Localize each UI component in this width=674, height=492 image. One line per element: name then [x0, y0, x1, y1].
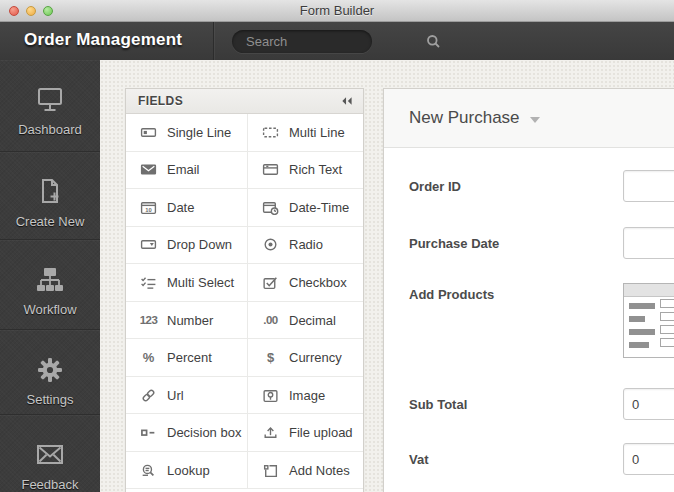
- link-icon: [139, 388, 158, 403]
- field-label: Purchase Date: [409, 236, 623, 251]
- svg-text:10: 10: [145, 207, 151, 213]
- field-item-label: Drop Down: [167, 237, 232, 252]
- field-item-checkbox[interactable]: Checkbox: [248, 264, 363, 302]
- sidebar-item-dashboard[interactable]: Dashboard: [0, 60, 100, 152]
- form-row-add-products: Add Products: [409, 283, 674, 358]
- sitemap-icon: [34, 264, 66, 296]
- order-id-input[interactable]: [623, 170, 674, 202]
- field-item-label: Multi Line: [289, 125, 345, 140]
- note-icon: [261, 463, 280, 478]
- field-item-label: Currency: [289, 350, 342, 365]
- field-item-label: Rich Text: [289, 162, 342, 177]
- field-item-multi-select[interactable]: Multi Select: [126, 264, 248, 302]
- field-item-label: Email: [167, 162, 200, 177]
- field-item-radio[interactable]: Radio: [248, 227, 363, 265]
- percent-icon: %: [139, 350, 158, 365]
- decimal-icon: .00: [261, 314, 280, 326]
- content-area: FIELDS Single Line: [100, 60, 674, 492]
- field-item-label: Single Line: [167, 125, 231, 140]
- field-item-image[interactable]: Image: [248, 377, 363, 415]
- currency-icon: $: [261, 350, 280, 365]
- field-item-drop-down[interactable]: Drop Down: [126, 227, 248, 265]
- field-item-percent[interactable]: % Percent: [126, 339, 248, 377]
- field-item-label: Decision box: [167, 425, 241, 440]
- form-row-purchase-date: Purchase Date: [409, 227, 674, 259]
- field-item-label: Lookup: [167, 463, 210, 478]
- field-item-add-notes[interactable]: Add Notes: [248, 452, 363, 490]
- fields-panel: FIELDS Single Line: [125, 88, 364, 492]
- single-line-icon: [139, 125, 158, 140]
- checkbox-icon: [261, 275, 280, 290]
- sidebar-item-feedback[interactable]: Feedback: [0, 415, 100, 492]
- form-row-sub-total: Sub Total: [409, 388, 674, 420]
- products-table-preview[interactable]: [623, 283, 674, 358]
- search-input[interactable]: [232, 34, 426, 49]
- form-title-dropdown[interactable]: New Purchase: [384, 89, 674, 148]
- caret-down-icon: [530, 117, 540, 123]
- app-header: Order Management: [0, 22, 674, 62]
- sidebar-item-label: Create New: [16, 214, 85, 229]
- double-chevron-left-icon[interactable]: [340, 96, 353, 106]
- search-icon: [426, 34, 441, 49]
- form-row-vat: Vat: [409, 443, 674, 475]
- field-item-label: Add Notes: [289, 463, 350, 478]
- monitor-icon: [34, 84, 66, 116]
- sidebar-item-workflow[interactable]: Workflow: [0, 240, 100, 330]
- field-item-currency[interactable]: $ Currency: [248, 339, 363, 377]
- field-label: Sub Total: [409, 397, 623, 412]
- field-item-decision-box[interactable]: Decision box: [126, 414, 248, 452]
- sidebar-nav: Dashboard Create New Work: [0, 60, 100, 492]
- fields-grid: Single Line Multi Line Email: [126, 114, 363, 489]
- calendar-icon: 10: [139, 200, 158, 215]
- field-item-single-line[interactable]: Single Line: [126, 114, 248, 152]
- field-item-date[interactable]: 10 Date: [126, 189, 248, 227]
- rich-text-icon: [261, 162, 280, 177]
- field-item-label: Radio: [289, 237, 323, 252]
- field-item-label: Checkbox: [289, 275, 347, 290]
- search-box[interactable]: [232, 30, 372, 53]
- field-item-date-time[interactable]: Date-Time: [248, 189, 363, 227]
- gear-icon: [34, 354, 66, 386]
- field-item-label: File upload: [289, 425, 353, 440]
- image-icon: [261, 388, 280, 403]
- form-body: Order ID Purchase Date Add Products Sub: [384, 170, 674, 475]
- form-title: New Purchase: [409, 108, 520, 128]
- sub-total-input[interactable]: [623, 388, 674, 420]
- multi-select-icon: [139, 275, 158, 290]
- radio-icon: [261, 237, 280, 252]
- form-row-order-id: Order ID: [409, 170, 674, 202]
- number-icon: 123: [139, 314, 158, 326]
- purchase-date-input[interactable]: [623, 227, 674, 259]
- field-item-file-upload[interactable]: File upload: [248, 414, 363, 452]
- file-upload-icon: [261, 425, 280, 440]
- sidebar-item-create-new[interactable]: Create New: [0, 152, 100, 241]
- field-item-email[interactable]: Email: [126, 152, 248, 190]
- document-add-icon: [34, 176, 66, 208]
- sidebar-item-settings[interactable]: Settings: [0, 330, 100, 415]
- field-item-url[interactable]: Url: [126, 377, 248, 415]
- field-item-label: Date: [167, 200, 194, 215]
- field-item-multi-line[interactable]: Multi Line: [248, 114, 363, 152]
- field-item-number[interactable]: 123 Number: [126, 302, 248, 340]
- window-title: Form Builder: [0, 3, 674, 18]
- header-divider: [213, 22, 214, 60]
- field-item-decimal[interactable]: .00 Decimal: [248, 302, 363, 340]
- field-label: Add Products: [409, 287, 623, 302]
- calendar-clock-icon: [261, 200, 280, 215]
- sidebar-item-label: Workflow: [23, 302, 76, 317]
- field-item-label: Decimal: [289, 313, 336, 328]
- field-item-label: Percent: [167, 350, 212, 365]
- vat-input[interactable]: [623, 443, 674, 475]
- field-item-label: Multi Select: [167, 275, 234, 290]
- sidebar-item-label: Feedback: [21, 477, 78, 492]
- lookup-icon: [139, 463, 158, 478]
- form-canvas-panel: New Purchase Order ID Purchase Date Add …: [383, 88, 674, 492]
- sidebar-item-label: Dashboard: [18, 122, 82, 137]
- field-item-rich-text[interactable]: Rich Text: [248, 152, 363, 190]
- fields-panel-header: FIELDS: [126, 89, 363, 114]
- decision-box-icon: [139, 425, 158, 440]
- field-item-label: Url: [167, 388, 184, 403]
- field-item-lookup[interactable]: Lookup: [126, 452, 248, 490]
- envelope-icon: [34, 439, 66, 471]
- field-item-label: Number: [167, 313, 213, 328]
